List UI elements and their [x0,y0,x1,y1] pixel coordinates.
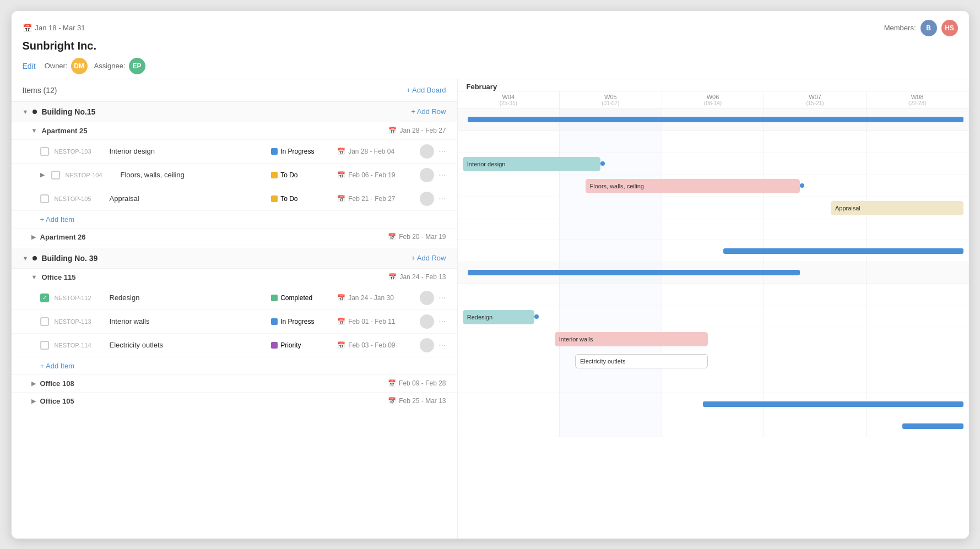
collapsed-left: ▶ Apartment 26 [31,233,86,241]
add-row-building1-button[interactable]: + Add Row [411,107,446,116]
status-badge-113: In Progress [271,318,332,325]
task-avatar-104 [420,168,434,182]
calendar-icon-105: 📅 [337,195,345,203]
task-actions-105: ··· [420,192,446,206]
gantt-row-104: Floors, walls, ceiling [458,175,969,197]
avatar-hs: HS [941,20,958,36]
connector-dot-104 [800,183,804,188]
status-badge-112: Completed [271,294,332,302]
header: 📅 Jan 18 - Mar 31 Members: B HS Sunbrigh… [12,11,969,79]
task-avatar-103 [420,144,434,159]
more-button-113[interactable]: ··· [438,317,446,327]
task-date-104: 📅 Feb 06 - Feb 19 [337,171,414,179]
more-button-112[interactable]: ··· [438,293,446,303]
gantt-row-apt26 [458,240,969,262]
header-actions: Edit Owner: DM Assignee: EP [23,58,958,74]
task-avatar-112 [420,291,434,305]
add-item-apt25-button[interactable]: + Add Item [12,211,457,229]
gantt-bar-office105 [902,423,963,429]
task-actions-113: ··· [420,314,446,329]
header-date: 📅 Jan 18 - Mar 31 [23,24,85,32]
owner-area: Owner: DM Assignee: EP [45,58,145,74]
chevron-down-icon[interactable]: ▼ [23,108,29,115]
items-count: Items (12) [23,86,57,95]
status-dot-105 [271,195,278,202]
task-checkbox-113[interactable] [40,317,49,326]
avatar-ep: EP [129,58,145,74]
section-dot-2 [33,256,37,260]
task-row-103: NESTOP-103 Interior design In Progress 📅… [12,140,457,164]
chevron-right-icon[interactable]: ▶ [31,233,36,241]
task-checkbox-112[interactable]: ✓ [40,293,49,302]
status-badge-105: To Do [271,195,332,203]
connector-line-112 [555,306,606,328]
apartment-26-row: ▶ Apartment 26 📅 Feb 20 - Mar 19 [12,229,457,246]
gantt-row-114: Electricity outlets [458,350,969,372]
chevron-104[interactable]: ▶ [40,171,45,178]
more-button-103[interactable]: ··· [438,146,446,156]
owner-item: Owner: DM [45,58,88,74]
add-item-office115-button[interactable]: + Add Item [12,357,457,375]
task-checkbox-104[interactable] [51,171,60,180]
task-row-114: NESTOP-114 Electricity outlets Priority … [12,334,457,357]
status-badge-104: To Do [271,171,332,179]
task-checkbox-114[interactable] [40,341,49,350]
chevron-right-icon-105[interactable]: ▶ [31,398,36,405]
gantt-row-add-apt25 [458,219,969,240]
chevron-down-icon-115[interactable]: ▼ [31,274,37,280]
status-badge-114: Priority [271,341,332,349]
task-checkbox-103[interactable] [40,147,49,156]
gantt-row-office108 [458,393,969,415]
office-115-header: ▼ Office 115 📅 Jan 24 - Feb 13 [12,269,457,286]
task-id-112: NESTOP-112 [55,295,104,301]
more-button-104[interactable]: ··· [438,170,446,180]
connector-dot-103 [600,161,605,166]
task-avatar-114 [420,338,434,352]
more-button-105[interactable]: ··· [438,194,446,204]
edit-button[interactable]: Edit [23,62,36,70]
gantt-row-office115 [458,284,969,306]
task-id-105: NESTOP-105 [55,195,104,202]
apartment-25-title: Apartment 25 [41,127,87,135]
calendar-icon-113: 📅 [337,318,345,325]
task-name-113: Interior walls [110,317,266,325]
sub-section-left: ▼ Apartment 25 [31,127,88,135]
gantt-bar-redesign: Redesign [463,310,534,324]
office-105-title: Office 105 [40,397,74,405]
chevron-down-icon-2[interactable]: ▼ [23,255,29,262]
office-108-date: 📅 Feb 09 - Feb 28 [388,379,446,387]
calendar-icon: 📅 [23,24,32,32]
avatar-dm: DM [71,58,88,74]
task-name-114: Electricity outlets [110,341,266,349]
status-label-104: To Do [280,171,297,179]
gantt-bar-interior-walls: Interior walls [555,332,708,346]
gantt-row-office105 [458,415,969,437]
gantt-bar-interior-design: Interior design [463,157,601,171]
office-115-date: 📅 Jan 24 - Feb 13 [388,273,446,281]
apartment-25-header: ▼ Apartment 25 📅 Jan 28 - Feb 27 [12,122,457,140]
chevron-down-icon[interactable]: ▼ [31,127,37,134]
task-row-112: ✓ NESTOP-112 Redesign Completed 📅 Jan 24… [12,286,457,310]
calendar-icon-apt26: 📅 [388,233,396,241]
chevron-right-icon-108[interactable]: ▶ [31,380,36,387]
task-checkbox-105[interactable] [40,194,49,203]
task-date-114: 📅 Feb 03 - Feb 09 [337,341,414,349]
apartment-26-date: 📅 Feb 20 - Mar 19 [388,233,446,241]
add-board-button[interactable]: + Add Board [407,86,446,94]
avatar-b: B [921,20,937,36]
date-range: Jan 18 - Mar 31 [35,24,85,32]
more-button-114[interactable]: ··· [438,340,446,350]
status-dot-104 [271,172,278,178]
main-content: Items (12) + Add Board ▼ Building No.15 … [12,79,969,539]
status-dot-113 [271,318,278,325]
collapsed-left-108: ▶ Office 108 [31,379,74,388]
office-108-row: ▶ Office 108 📅 Feb 09 - Feb 28 [12,375,457,393]
week-w05: W05 (01-07) [560,91,662,108]
office-108-title: Office 108 [40,379,74,388]
calendar-icon-105b: 📅 [388,397,396,405]
task-actions-104: ··· [420,168,446,182]
gantt-content: Interior design Floors, walls, ceiling A… [458,109,969,437]
office-105-row: ▶ Office 105 📅 Feb 25 - Mar 13 [12,393,457,410]
add-row-building2-button[interactable]: + Add Row [411,254,446,262]
task-id-104: NESTOP-104 [66,172,115,178]
